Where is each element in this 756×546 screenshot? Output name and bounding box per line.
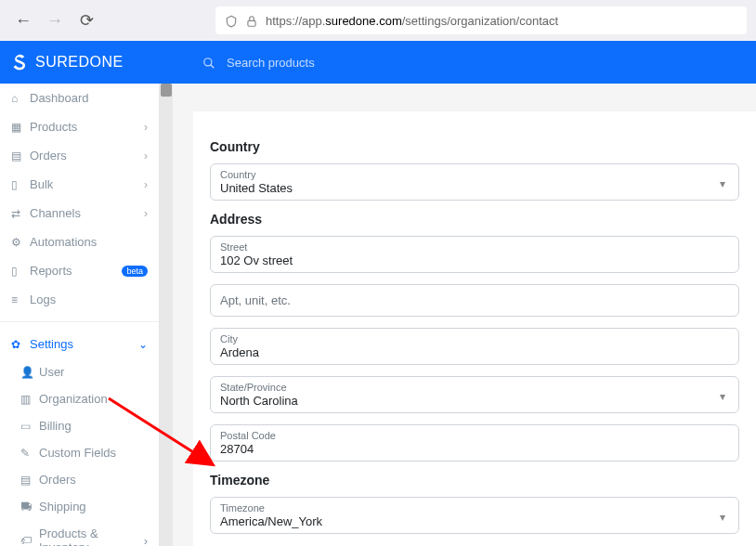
sidebar-item-logs[interactable]: ≡Logs	[0, 285, 159, 314]
sidebar-item-label: Automations	[30, 235, 148, 249]
street-field[interactable]: Street 102 Ov street	[210, 236, 739, 273]
shield-icon	[225, 13, 238, 28]
chevron-right-icon: ›	[144, 178, 148, 191]
country-select[interactable]: Country United States	[210, 163, 739, 201]
cubes-icon: ▦	[11, 121, 30, 134]
sidebar-item-label: Reports	[30, 264, 118, 278]
sidebar-scrollbar[interactable]	[160, 84, 173, 546]
sidebar-item-label: Channels	[30, 206, 144, 220]
edit-icon: ✎	[20, 447, 39, 460]
chevron-right-icon: ›	[144, 534, 148, 547]
chevron-right-icon: ›	[144, 121, 148, 134]
postal-field[interactable]: Postal Code 28704	[210, 424, 739, 462]
sidebar-item-label: Products & Inventory	[39, 526, 144, 546]
sidebar-item-label: Settings	[30, 337, 138, 351]
field-label: Country	[220, 169, 729, 180]
field-value: America/New_York	[220, 514, 729, 528]
gear-icon: ✿	[11, 338, 30, 351]
sidebar-item-bulk[interactable]: ▯Bulk›	[0, 170, 159, 199]
content-panel: Country Country United States Address St…	[193, 111, 756, 546]
sidebar-sub-organization[interactable]: ▥Organization	[0, 385, 159, 412]
sidebar-item-label: Orders	[30, 149, 144, 162]
sidebar-sub-orders[interactable]: ▤Orders	[0, 466, 159, 493]
chevron-right-icon: ›	[144, 207, 148, 220]
state-select[interactable]: State/Province North Carolina	[210, 376, 739, 413]
search-area	[175, 55, 756, 70]
list-icon: ≡	[11, 293, 30, 306]
clipboard-icon: ▤	[20, 474, 39, 487]
field-value: North Carolina	[220, 394, 729, 408]
truck-icon: ⛟	[20, 500, 39, 514]
sidebar-item-label: Dashboard	[30, 91, 148, 105]
field-value: 28704	[220, 442, 729, 456]
sidebar-item-dashboard[interactable]: ⌂Dashboard	[0, 84, 159, 112]
tags-icon: 🏷	[20, 534, 39, 546]
scroll-thumb[interactable]	[161, 84, 172, 97]
sidebar: ⌂Dashboard▦Products›▤Orders›▯Bulk›⇄Chann…	[0, 84, 160, 546]
beta-badge: beta	[122, 266, 148, 277]
forward-button[interactable]: →	[41, 6, 69, 34]
sidebar-sub-billing[interactable]: ▭Billing	[0, 412, 159, 439]
sidebar-sub-products-inventory[interactable]: 🏷Products & Inventory›	[0, 520, 159, 546]
brand-logo[interactable]: SUREDONE	[0, 53, 175, 72]
url-bar[interactable]: https://app.suredone.com/settings/organi…	[215, 6, 747, 34]
sidebar-sub-shipping[interactable]: ⛟Shipping	[0, 493, 159, 520]
sidebar-item-label: Custom Fields	[39, 446, 148, 460]
sidebar-item-label: Organization	[39, 392, 148, 406]
sidebar-item-label: Billing	[39, 419, 148, 433]
lock-icon	[245, 13, 258, 28]
app-header: SUREDONE	[0, 41, 756, 84]
user-icon: 👤	[20, 366, 39, 379]
field-placeholder: Apt, unit, etc.	[220, 290, 729, 311]
card-icon: ▭	[20, 420, 39, 433]
svg-point-1	[204, 58, 212, 66]
home-icon: ⌂	[11, 92, 30, 105]
sidebar-item-products[interactable]: ▦Products›	[0, 112, 159, 141]
reload-button[interactable]: ⟳	[72, 6, 100, 34]
sidebar-item-orders[interactable]: ▤Orders›	[0, 141, 159, 170]
sidebar-item-label: Orders	[39, 473, 148, 487]
file-icon: ▯	[11, 178, 30, 191]
section-address-title: Address	[210, 212, 739, 227]
timezone-select[interactable]: Timezone America/New_York	[210, 497, 739, 534]
sidebar-item-channels[interactable]: ⇄Channels›	[0, 199, 159, 228]
building-icon: ▥	[20, 393, 39, 406]
sidebar-item-label: User	[39, 365, 148, 379]
chevron-down-icon: ⌄	[138, 338, 148, 351]
sidebar-item-automations[interactable]: ⚙Automations	[0, 228, 159, 256]
sidebar-item-label: Shipping	[39, 500, 148, 514]
file-icon: ▯	[11, 265, 30, 278]
logo-icon	[11, 53, 30, 72]
svg-line-2	[211, 65, 215, 69]
url-text: https://app.suredone.com/settings/organi…	[266, 14, 558, 28]
chevron-right-icon: ›	[144, 150, 148, 162]
back-button[interactable]: ←	[9, 6, 37, 34]
clipboard-icon: ▤	[11, 150, 30, 162]
city-field[interactable]: City Ardena	[210, 328, 739, 365]
exchange-icon: ⇄	[11, 207, 30, 220]
sidebar-settings[interactable]: ✿ Settings ⌄	[0, 330, 159, 358]
field-value: Ardena	[220, 345, 729, 359]
divider	[0, 321, 159, 322]
field-label: Postal Code	[220, 430, 729, 441]
sidebar-item-label: Logs	[30, 292, 148, 306]
apt-field[interactable]: Apt, unit, etc.	[210, 284, 739, 317]
field-value: United States	[220, 181, 729, 195]
sidebar-item-label: Bulk	[30, 177, 144, 191]
section-country-title: Country	[210, 139, 739, 154]
brand-name: SUREDONE	[35, 54, 124, 71]
sidebar-item-label: Products	[30, 120, 144, 134]
sidebar-sub-custom-fields[interactable]: ✎Custom Fields	[0, 439, 159, 466]
section-timezone-title: Timezone	[210, 473, 739, 488]
field-label: City	[220, 333, 729, 344]
sidebar-item-reports[interactable]: ▯Reportsbeta	[0, 256, 159, 285]
search-icon	[202, 55, 215, 70]
field-label: Timezone	[220, 502, 729, 514]
robot-icon: ⚙	[11, 236, 30, 249]
field-value: 102 Ov street	[220, 254, 729, 267]
svg-rect-0	[248, 21, 255, 27]
sidebar-sub-user[interactable]: 👤User	[0, 358, 159, 385]
browser-toolbar: ← → ⟳ https://app.suredone.com/settings/…	[0, 0, 756, 41]
search-input[interactable]	[227, 56, 383, 70]
field-label: State/Province	[220, 382, 729, 393]
